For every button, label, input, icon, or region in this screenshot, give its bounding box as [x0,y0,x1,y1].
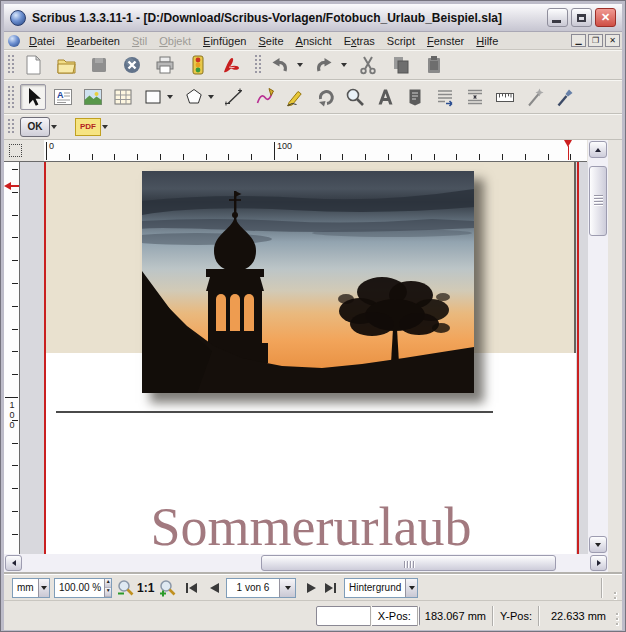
mdi-close-button[interactable]: ✕ [605,34,620,47]
toolbar-grip[interactable] [7,54,14,74]
actual-size-button[interactable]: 1:1 [137,578,154,598]
layer-combobox[interactable]: Hintergrund [344,578,418,598]
status-bar: mm 100.00 % ▲▼ 1:1 1 von 6 [4,574,622,600]
horizontal-scrollbar[interactable] [4,554,608,572]
measurements-button[interactable] [492,84,518,110]
ruler-origin-box[interactable] [4,140,44,162]
document-canvas[interactable]: Sommerurlaub [20,162,588,554]
unit-combobox[interactable]: mm [12,578,50,598]
menu-seite[interactable]: Seite [253,33,288,49]
insert-table-button[interactable] [110,84,136,110]
select-item-button[interactable] [20,84,46,110]
unit-dropdown-button[interactable] [38,579,49,597]
scroll-up-button[interactable] [589,141,607,158]
menu-hilfe[interactable]: Hilfe [471,33,503,49]
pdf-push-button-tool[interactable]: OK [20,117,50,137]
layer-dropdown-button[interactable] [405,579,417,597]
edit-contents-button[interactable] [372,84,398,110]
pdf-button-dropdown-arrow[interactable] [51,125,57,129]
vertical-scrollbar[interactable] [588,140,608,554]
scroll-down-button[interactable] [589,536,607,553]
zoom-level-spinner[interactable]: 100.00 % ▲▼ [54,578,112,598]
link-text-frames-button[interactable] [432,84,458,110]
next-page-button[interactable] [304,578,318,598]
zoom-out-button[interactable] [115,578,135,598]
layer-value: Hintergrund [345,579,405,597]
horizontal-scroll-thumb[interactable] [261,555,556,571]
menu-bearbeiten[interactable]: Bearbeiten [62,33,125,49]
menu-einfgen[interactable]: Einfügen [198,33,251,49]
toolbar-grip[interactable] [7,85,14,108]
mdi-minimize-button[interactable]: ▁ [571,34,586,47]
page-heading[interactable]: Sommerurlaub [46,499,576,554]
cut-button[interactable] [355,52,381,78]
zoom-in-button[interactable] [157,578,177,598]
window-resize-grip[interactable] [615,612,620,627]
ruler-label: 100 [277,141,292,151]
y-pos-label: Y-Pos: [500,610,532,622]
menu-ansicht[interactable]: Ansicht [291,33,337,49]
page-combobox[interactable]: 1 von 6 [226,578,296,598]
close-button[interactable]: ✕ [595,8,616,27]
page-dropdown-button[interactable] [279,579,295,597]
insert-bezier-curve-button[interactable] [252,84,278,110]
undo-button[interactable] [267,52,293,78]
menu-datei[interactable]: Datei [24,33,60,49]
toolbar-grip[interactable] [7,118,14,136]
export-pdf-button[interactable] [218,52,244,78]
toolbar-grip[interactable] [254,54,261,74]
redo-button[interactable] [311,52,337,78]
shape-dropdown-arrow[interactable] [167,95,173,99]
minimize-button[interactable] [547,8,568,27]
first-page-button[interactable] [184,578,200,598]
close-document-button[interactable] [119,52,145,78]
scroll-left-button[interactable] [5,555,22,571]
scroll-right-button[interactable] [590,555,607,571]
coordinates-bar: X-Pos: 183.067 mm Y-Pos: 22.633 mm [4,600,622,630]
separator [370,606,372,626]
vertical-scroll-thumb[interactable] [589,166,607,236]
pdf-annotation-dropdown-arrow[interactable] [102,125,108,129]
ruler-tick [365,154,366,160]
spinner-buttons[interactable]: ▲▼ [104,579,111,597]
eye-dropper-button[interactable] [552,84,578,110]
undo-dropdown-arrow[interactable] [297,63,303,67]
new-document-button[interactable] [20,52,46,78]
redo-dropdown-arrow[interactable] [341,63,347,67]
story-editor-button[interactable] [402,84,428,110]
unlink-text-frames-button[interactable] [462,84,488,110]
paste-button[interactable] [421,52,447,78]
edit-contents-icon [375,87,395,107]
preflight-verifier-button[interactable] [185,52,211,78]
insert-shape-button[interactable] [140,84,166,110]
maximize-button[interactable] [571,8,592,27]
save-document-button[interactable] [86,52,112,78]
photo-frame-church-sunset[interactable] [142,171,474,393]
insert-text-frame-button[interactable]: A [50,84,76,110]
vertical-ruler[interactable]: 100 [4,162,20,554]
pdf-annotation-tool[interactable]: PDF [75,118,101,136]
insert-freehand-line-button[interactable] [282,84,308,110]
insert-polygon-button[interactable] [181,84,207,110]
horizontal-ruler[interactable]: 0100 [44,140,587,162]
open-document-button[interactable] [53,52,79,78]
ruler-tick [160,154,161,160]
zoom-tool-button[interactable] [342,84,368,110]
ruler-tick [206,154,207,160]
menu-fenster[interactable]: Fenster [422,33,469,49]
last-page-button[interactable] [322,578,338,598]
horizontal-rule-line[interactable] [56,411,493,413]
insert-image-frame-button[interactable] [80,84,106,110]
menu-extras[interactable]: Extras [339,33,380,49]
print-document-button[interactable] [152,52,178,78]
copy-item-properties-button[interactable] [522,84,548,110]
mdi-restore-button[interactable]: ❐ [588,34,603,47]
insert-line-button[interactable] [222,84,248,110]
copy-button[interactable] [388,52,414,78]
polygon-dropdown-arrow[interactable] [208,95,214,99]
story-editor-icon [405,87,425,107]
menu-script[interactable]: Script [382,33,420,49]
rotate-item-button[interactable] [312,84,338,110]
sunset-photo [142,171,474,393]
previous-page-button[interactable] [207,578,221,598]
